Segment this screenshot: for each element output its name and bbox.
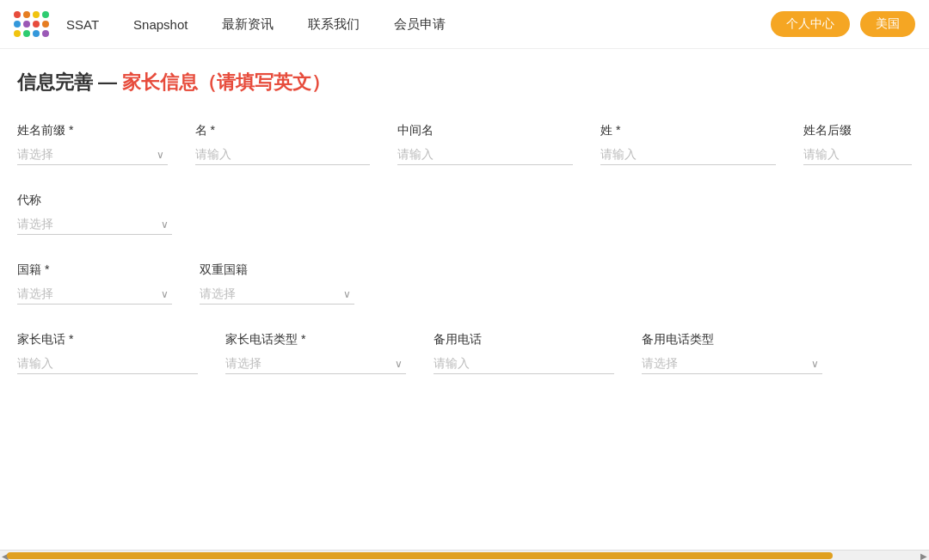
form-row-nickname: 代称 请选择 ∨: [17, 193, 912, 235]
logo-dot-11: [33, 30, 40, 37]
logo-dot-12: [42, 30, 49, 37]
navbar: SSAT Snapshot 最新资讯 联系我们 会员申请 个人中心 美国: [0, 0, 929, 49]
field-suffix: 姓名后缀: [803, 123, 912, 165]
label-alt-phone: 备用电话: [434, 332, 614, 348]
page-title: 信息完善 — 家长信息（请填写英文）: [17, 70, 912, 95]
input-suffix[interactable]: [803, 144, 912, 165]
label-middle-name: 中间名: [397, 123, 573, 138]
input-alt-phone[interactable]: [434, 353, 614, 374]
nav-items: SSAT Snapshot 最新资讯 联系我们 会员申请: [66, 16, 771, 33]
logo-dot-4: [42, 11, 49, 18]
select-dual-nationality[interactable]: 请选择: [200, 283, 354, 305]
logo-dot-6: [23, 21, 30, 28]
nav-right: 个人中心 美国: [771, 11, 915, 37]
select-phone-type[interactable]: 请选择: [225, 353, 406, 374]
logo-dot-10: [23, 30, 30, 37]
nav-item-ssat[interactable]: SSAT: [66, 17, 99, 32]
page-title-red: 家长信息（请填写英文）: [122, 71, 330, 93]
main-content: 信息完善 — 家长信息（请填写英文） 姓名前缀 * 请选择 ∨ 名 * 中间名 …: [0, 49, 929, 453]
field-first-name: 名 *: [195, 123, 371, 165]
select-wrapper-prefix: 请选择 ∨: [17, 144, 168, 165]
input-phone[interactable]: [17, 353, 198, 374]
nav-item-contact[interactable]: 联系我们: [308, 16, 360, 33]
logo-dot-8: [42, 21, 49, 28]
nav-item-news[interactable]: 最新资讯: [222, 16, 274, 33]
label-dual-nationality: 双重国籍: [200, 262, 354, 278]
form-row-nationality: 国籍 * 请选择 ∨ 双重国籍 请选择 ∨: [17, 262, 912, 305]
region-button[interactable]: 美国: [860, 11, 915, 37]
label-phone: 家长电话 *: [17, 332, 198, 348]
logo-dot-2: [23, 11, 30, 18]
select-wrapper-phone-type: 请选择 ∨: [225, 353, 406, 374]
label-last-name: 姓 *: [600, 123, 776, 138]
field-prefix: 姓名前缀 * 请选择 ∨: [17, 123, 168, 165]
form-row-phone: 家长电话 * 家长电话类型 * 请选择 ∨ 备用电话 备用电话类型 请选择: [17, 332, 912, 374]
field-last-name: 姓 *: [600, 123, 776, 165]
field-alt-phone: 备用电话: [434, 332, 614, 374]
label-prefix: 姓名前缀 *: [17, 123, 168, 138]
logo-dot-5: [14, 21, 21, 28]
input-middle-name[interactable]: [397, 144, 573, 165]
label-nationality: 国籍 *: [17, 262, 172, 278]
select-wrapper-nationality: 请选择 ∨: [17, 283, 172, 305]
field-middle-name: 中间名: [397, 123, 573, 165]
select-wrapper-nickname: 请选择 ∨: [17, 213, 172, 235]
select-wrapper-dual-nationality: 请选择 ∨: [200, 283, 354, 305]
field-nationality: 国籍 * 请选择 ∨: [17, 262, 172, 305]
logo-dot-9: [14, 30, 21, 37]
field-alt-phone-type: 备用电话类型 请选择 ∨: [642, 332, 822, 374]
page-title-black: 信息完善 —: [17, 71, 122, 93]
nav-item-snapshot[interactable]: Snapshot: [133, 17, 188, 32]
form-row-name: 姓名前缀 * 请选择 ∨ 名 * 中间名 姓 * 姓名后缀: [17, 123, 912, 165]
personal-center-button[interactable]: 个人中心: [771, 11, 850, 37]
select-prefix[interactable]: 请选择: [17, 144, 168, 165]
label-phone-type: 家长电话类型 *: [225, 332, 406, 348]
select-wrapper-alt-phone-type: 请选择 ∨: [642, 353, 822, 374]
field-dual-nationality: 双重国籍 请选择 ∨: [200, 262, 354, 305]
select-nickname[interactable]: 请选择: [17, 213, 172, 235]
input-last-name[interactable]: [600, 144, 776, 165]
nav-logo: [14, 11, 49, 37]
field-phone: 家长电话 *: [17, 332, 198, 374]
select-alt-phone-type[interactable]: 请选择: [642, 353, 822, 374]
field-phone-type: 家长电话类型 * 请选择 ∨: [225, 332, 406, 374]
logo-dot-1: [14, 11, 21, 18]
select-nationality[interactable]: 请选择: [17, 283, 172, 305]
label-alt-phone-type: 备用电话类型: [642, 332, 822, 348]
label-suffix: 姓名后缀: [803, 123, 912, 138]
label-first-name: 名 *: [195, 123, 371, 138]
logo-dot-7: [33, 21, 40, 28]
nav-item-membership[interactable]: 会员申请: [394, 16, 446, 33]
input-first-name[interactable]: [195, 144, 371, 165]
field-nickname: 代称 请选择 ∨: [17, 193, 172, 235]
logo-dot-3: [33, 11, 40, 18]
label-nickname: 代称: [17, 193, 172, 208]
